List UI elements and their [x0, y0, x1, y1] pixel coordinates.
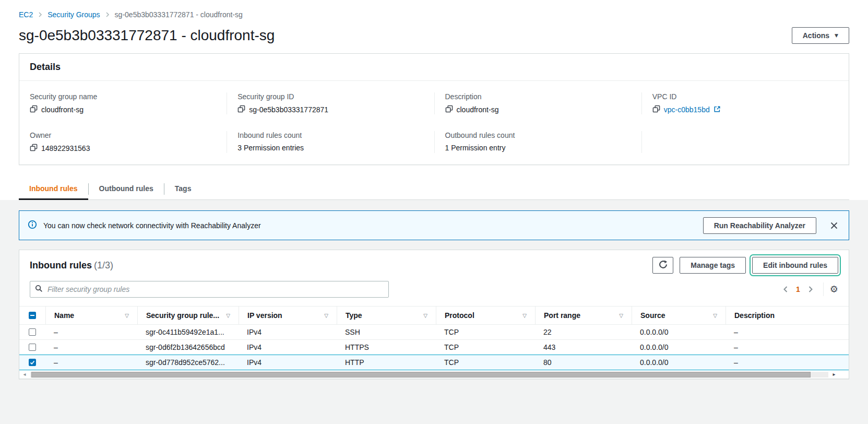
horizontal-scrollbar[interactable]: ◂ ▸	[19, 370, 849, 379]
row-checkbox[interactable]	[19, 328, 45, 336]
field-label: Outbound rules count	[445, 131, 631, 139]
cell-port-range: 80	[535, 358, 632, 367]
filter-icon[interactable]: ▽	[619, 313, 623, 319]
column-header-description[interactable]: Description	[726, 307, 849, 324]
page-header-section: EC2 Security Groups sg-0e5b3b03331772871…	[0, 0, 868, 200]
cell-rule-id: sgr-0d6f2b13642656bcd	[137, 343, 239, 351]
breadcrumb: EC2 Security Groups sg-0e5b3b03331772871…	[19, 0, 849, 19]
table-row-selected[interactable]: – sgr-0d778d952ce5762... IPv4 HTTP TCP 8…	[19, 355, 849, 370]
scrollbar-track[interactable]	[30, 372, 828, 378]
field-label: Inbound rules count	[237, 131, 423, 139]
cell-protocol: TCP	[436, 328, 535, 336]
column-label: Protocol	[445, 311, 474, 320]
gear-icon[interactable]: ⚙	[830, 285, 838, 294]
column-header-type[interactable]: Type▽	[337, 307, 436, 324]
breadcrumb-link-security-groups[interactable]: Security Groups	[47, 10, 100, 19]
filter-icon[interactable]: ▽	[423, 313, 427, 319]
filter-icon[interactable]: ▽	[324, 313, 328, 319]
copy-icon[interactable]	[30, 105, 38, 114]
scroll-right-icon[interactable]: ▸	[830, 372, 838, 377]
cell-description: –	[726, 328, 849, 336]
cell-source: 0.0.0.0/0	[632, 343, 726, 351]
manage-tags-button[interactable]: Manage tags	[680, 257, 746, 274]
cell-type: HTTPS	[337, 343, 436, 351]
tab-content-section: You can now check network connectivity w…	[0, 200, 868, 379]
field-value: cloudfront-sg	[457, 105, 499, 114]
external-link-icon[interactable]	[714, 105, 721, 114]
field-label: Security group name	[30, 92, 216, 101]
previous-page-icon[interactable]	[779, 283, 792, 296]
refresh-button[interactable]	[652, 257, 673, 274]
scroll-left-icon[interactable]: ◂	[21, 372, 28, 377]
field-outbound-rules-count: Outbound rules count 1 Permission entry	[434, 131, 641, 153]
row-checkbox[interactable]	[19, 344, 45, 351]
field-value: 1 Permission entry	[445, 144, 506, 152]
search-icon	[35, 285, 43, 294]
column-label: Description	[734, 311, 775, 320]
select-all-checkbox[interactable]	[19, 307, 45, 324]
cell-port-range: 443	[535, 343, 632, 351]
cell-rule-id: sgr-0c411b59492e1a1...	[137, 328, 239, 336]
column-header-rule-id[interactable]: Security group rule...▽	[137, 307, 239, 324]
tab-tags[interactable]: Tags	[164, 179, 202, 199]
copy-icon[interactable]	[652, 105, 660, 114]
inbound-rules-panel: Inbound rules (1/3) Manage tags Edit inb…	[19, 250, 849, 379]
table-row[interactable]: – sgr-0d6f2b13642656bcd IPv4 HTTPS TCP 4…	[19, 340, 849, 355]
field-label: VPC ID	[652, 92, 838, 101]
filter-input[interactable]	[46, 285, 384, 294]
column-header-source[interactable]: Source▽	[632, 307, 726, 324]
cell-port-range: 22	[535, 328, 632, 336]
edit-inbound-rules-button[interactable]: Edit inbound rules	[752, 257, 838, 274]
filter-icon[interactable]: ▽	[713, 313, 717, 319]
tab-outbound-rules[interactable]: Outbound rules	[89, 179, 164, 199]
run-reachability-analyzer-button[interactable]: Run Reachability Analyzer	[703, 217, 816, 234]
field-security-group-id: Security group ID sg-0e5b3b03331772871	[227, 92, 434, 114]
field-label: Owner	[30, 131, 216, 139]
actions-button[interactable]: Actions ▼	[792, 27, 849, 44]
table-title: Inbound rules	[30, 260, 92, 270]
current-page-number[interactable]: 1	[792, 285, 804, 293]
cell-protocol: TCP	[436, 358, 535, 367]
field-label: Description	[445, 92, 631, 101]
copy-icon[interactable]	[30, 144, 38, 153]
column-header-name[interactable]: Name▽	[45, 307, 137, 324]
row-checkbox[interactable]	[19, 359, 45, 366]
table-row[interactable]: – sgr-0c411b59492e1a1... IPv4 SSH TCP 22…	[19, 325, 849, 340]
inbound-rules-table: Name▽ Security group rule...▽ IP version…	[19, 306, 849, 379]
tab-inbound-rules[interactable]: Inbound rules	[19, 179, 88, 199]
cell-description: –	[726, 358, 849, 367]
field-vpc-id: VPC ID vpc-c0bb15bd	[641, 92, 849, 114]
table-header-row: Name▽ Security group rule...▽ IP version…	[19, 307, 849, 325]
field-value: cloudfront-sg	[41, 105, 84, 114]
column-label: Port range	[544, 311, 580, 320]
cell-ip-version: IPv4	[239, 343, 337, 351]
column-header-port-range[interactable]: Port range▽	[535, 307, 632, 324]
filter-search-box	[30, 281, 389, 298]
column-label: Name	[54, 311, 74, 320]
breadcrumb-current: sg-0e5b3b03331772871 - cloudfront-sg	[115, 10, 243, 19]
copy-icon[interactable]	[237, 105, 245, 114]
actions-button-label: Actions	[803, 31, 829, 40]
cell-type: HTTP	[337, 358, 436, 367]
vpc-link[interactable]: vpc-c0bb15bd	[664, 105, 710, 114]
cell-name: –	[45, 358, 137, 367]
breadcrumb-link-ec2[interactable]: EC2	[19, 10, 33, 19]
filter-icon[interactable]: ▽	[522, 313, 527, 319]
field-inbound-rules-count: Inbound rules count 3 Permission entries	[227, 131, 434, 153]
filter-icon[interactable]: ▽	[226, 313, 230, 319]
next-page-icon[interactable]	[804, 283, 817, 296]
column-label: Security group rule...	[146, 311, 219, 320]
close-icon[interactable]	[828, 219, 840, 232]
field-value: sg-0e5b3b03331772871	[249, 105, 328, 114]
cell-source: 0.0.0.0/0	[632, 328, 726, 336]
copy-icon[interactable]	[445, 105, 453, 114]
cell-name: –	[45, 328, 137, 336]
column-header-protocol[interactable]: Protocol▽	[436, 307, 535, 324]
scrollbar-thumb[interactable]	[31, 372, 811, 378]
field-label: Security group ID	[237, 92, 423, 101]
breadcrumb-chevron-icon	[38, 11, 42, 18]
cell-name: –	[45, 343, 137, 351]
filter-icon[interactable]: ▽	[125, 313, 129, 319]
column-header-ip-version[interactable]: IP version▽	[239, 307, 337, 324]
cell-description: –	[726, 343, 849, 351]
